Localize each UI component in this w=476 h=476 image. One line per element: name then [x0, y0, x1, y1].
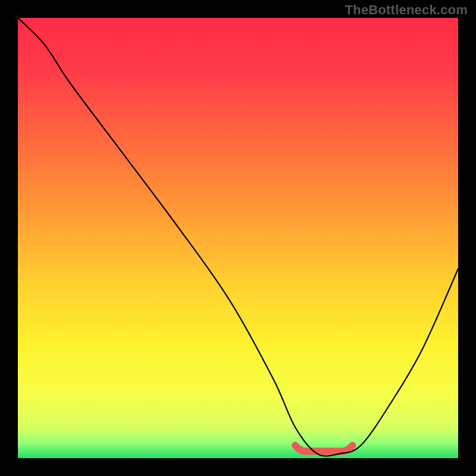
bottleneck-chart: [18, 18, 458, 458]
chart-frame: TheBottleneck.com: [0, 0, 476, 476]
chart-background: [18, 18, 458, 458]
watermark-text: TheBottleneck.com: [345, 2, 468, 18]
